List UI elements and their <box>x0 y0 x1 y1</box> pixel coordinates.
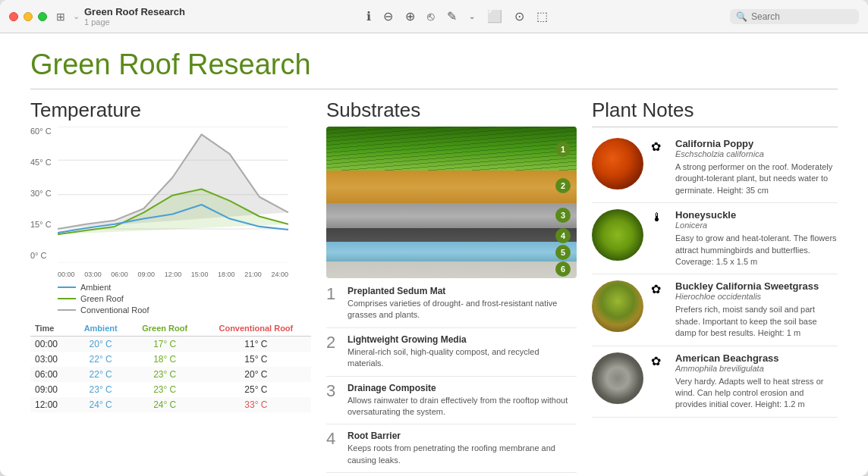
doc-subtitle: 1 page <box>84 17 185 27</box>
close-button[interactable] <box>9 12 18 21</box>
substrate-item: 2 Lightweight Growing Media Mineral-rich… <box>326 334 577 377</box>
y-label-15: 15° C <box>30 220 55 229</box>
cell-greenroof: 18° C <box>129 352 201 367</box>
plant-notes-section: Plant Notes ✿ California Poppy Eschschol… <box>592 99 838 476</box>
plant-desc: Very hardy. Adapts well to heat stress o… <box>675 376 838 411</box>
plant-photo <box>592 352 643 404</box>
substrates-section: Substrates 1 2 3 4 <box>326 99 577 476</box>
pen-dropdown-icon[interactable]: ⌄ <box>469 12 475 20</box>
cell-conventional: 11° C <box>201 337 311 352</box>
cell-time: 09:00 <box>30 382 73 397</box>
plant-icon-area: 🌡 <box>651 209 668 268</box>
substrate-item: 4 Root Barrier Keeps roots from penetrat… <box>326 431 577 473</box>
substrate-name: Root Barrier <box>348 431 577 441</box>
substrate-text: Root Barrier Keeps roots from penetratin… <box>348 431 577 466</box>
cell-ambient: 24° C <box>73 397 129 412</box>
cell-time: 06:00 <box>30 367 73 382</box>
substrate-desc: Mineral-rich soil, high-quality compost,… <box>348 346 577 370</box>
x-axis-labels: 00:0003:0006:0009:0012:0015:0018:0021:00… <box>58 271 288 278</box>
plant-icon: ✿ <box>651 139 661 154</box>
plant-photo <box>592 280 643 332</box>
y-label-60: 60° C <box>30 127 55 136</box>
cell-time: 12:00 <box>30 397 73 412</box>
substrate-name: Preplanted Sedum Mat <box>348 286 577 296</box>
plant-item: 🌡 Honeysuckle Lonicera Easy to grow and … <box>592 203 838 274</box>
frame-icon[interactable]: ⬜ <box>487 9 502 23</box>
table-row: 12:00 24° C 24° C 33° C <box>30 397 311 412</box>
plant-icon-area: ✿ <box>651 352 668 411</box>
y-label-45: 45° C <box>30 158 55 167</box>
plant-list: ✿ California Poppy Eschscholzia californ… <box>592 132 838 418</box>
legend-greenroof: Green Roof <box>58 294 311 303</box>
th-ambient: Ambient <box>73 321 129 337</box>
substrate-name: Drainage Composite <box>348 383 577 393</box>
plant-photo <box>592 138 643 189</box>
layer-num-5: 5 <box>555 245 571 260</box>
plant-latin: Hierochloe occidentalis <box>675 292 838 301</box>
y-label-30: 30° C <box>30 189 55 198</box>
cell-ambient: 20° C <box>73 337 129 352</box>
zoom-in-icon[interactable]: ⊕ <box>405 9 415 23</box>
plant-item: ✿ American Beachgrass Ammophila brevilig… <box>592 346 838 418</box>
plant-desc: Easy to grow and heat-tolerant. The flow… <box>675 233 838 268</box>
pen-icon[interactable]: ✎ <box>447 9 457 23</box>
plant-info: American Beachgrass Ammophila breviligul… <box>675 352 838 411</box>
user-icon[interactable]: ⊙ <box>514 9 524 23</box>
plant-desc: A strong performer on the roof. Moderate… <box>675 161 838 196</box>
plant-info: Buckley California Sweetgrass Hierochloe… <box>675 280 838 339</box>
plant-icon-area: ✿ <box>651 280 668 339</box>
temperature-heading: Temperature <box>30 99 311 122</box>
plant-latin: Eschscholzia californica <box>675 149 838 158</box>
plant-name: California Poppy <box>675 138 838 149</box>
plant-info: California Poppy Eschscholzia californic… <box>675 138 838 196</box>
sidebar-icon[interactable]: ⊞ <box>56 11 65 23</box>
doc-title: Green Roof Research <box>84 6 185 17</box>
search-bar[interactable]: 🔍 <box>730 9 859 24</box>
substrates-heading: Substrates <box>326 99 577 122</box>
plant-icon: ✿ <box>651 282 661 296</box>
ambient-label: Ambient <box>80 283 111 292</box>
info-icon[interactable]: ℹ <box>366 9 371 23</box>
conventional-line <box>58 309 76 311</box>
traffic-lights <box>9 12 47 21</box>
cell-ambient: 23° C <box>73 382 129 397</box>
substrate-item: 3 Drainage Composite Allows rainwater to… <box>326 383 577 425</box>
share-icon[interactable]: ⎋ <box>427 10 435 23</box>
titlebar-left: ⊞ ⌄ Green Roof Research 1 page <box>56 6 185 27</box>
zoom-out-icon[interactable]: ⊖ <box>383 9 393 23</box>
layer-num-1: 1 <box>555 142 571 157</box>
toolbar: ℹ ⊖ ⊕ ⎋ ✎ ⌄ ⬜ ⊙ ⬚ <box>185 9 730 23</box>
plant-latin: Ammophila breviligulata <box>675 364 838 373</box>
main-grid: Temperature 60° C 45° C 30° C 15° C 0° C <box>30 99 838 458</box>
temperature-chart: 60° C 45° C 30° C 15° C 0° C <box>30 127 288 278</box>
legend-ambient: Ambient <box>58 283 311 292</box>
temperature-table: Time Ambient Green Roof Conventional Roo… <box>30 321 311 412</box>
table-row: 09:00 23° C 23° C 25° C <box>30 382 311 397</box>
substrate-text: Preplanted Sedum Mat Comprises varieties… <box>348 286 577 321</box>
th-time: Time <box>30 321 73 337</box>
substrate-item: 1 Preplanted Sedum Mat Comprises varieti… <box>326 286 577 328</box>
layer-num-4: 4 <box>555 228 571 243</box>
fullscreen-button[interactable] <box>38 12 47 21</box>
plant-photo <box>592 209 643 261</box>
cell-greenroof: 23° C <box>129 382 201 397</box>
plant-icon-area: ✿ <box>651 138 668 196</box>
th-conventional: Conventional Roof <box>201 321 311 337</box>
y-axis-labels: 60° C 45° C 30° C 15° C 0° C <box>30 127 55 260</box>
layer-soil: 2 <box>326 171 577 205</box>
plant-latin: Lonicera <box>675 221 838 230</box>
search-input[interactable] <box>751 11 850 22</box>
substrate-number: 3 <box>326 383 340 418</box>
content-area: Green Roof Research Temperature 60° C 45… <box>0 33 868 476</box>
comment-icon[interactable]: ⬚ <box>536 9 548 23</box>
plant-name: Honeysuckle <box>675 209 838 221</box>
plant-icon: ✿ <box>651 354 661 368</box>
substrate-list: 1 Preplanted Sedum Mat Comprises varieti… <box>326 286 577 473</box>
app-window: ⊞ ⌄ Green Roof Research 1 page ℹ ⊖ ⊕ ⎋ ✎… <box>0 0 868 476</box>
layer-membrane: 4 <box>326 228 577 243</box>
titlebar-right: 🔍 <box>730 9 859 24</box>
chevron-icon: ⌄ <box>73 11 80 21</box>
search-icon: 🔍 <box>736 11 747 22</box>
minimize-button[interactable] <box>24 12 33 21</box>
cell-conventional: 25° C <box>201 382 311 397</box>
